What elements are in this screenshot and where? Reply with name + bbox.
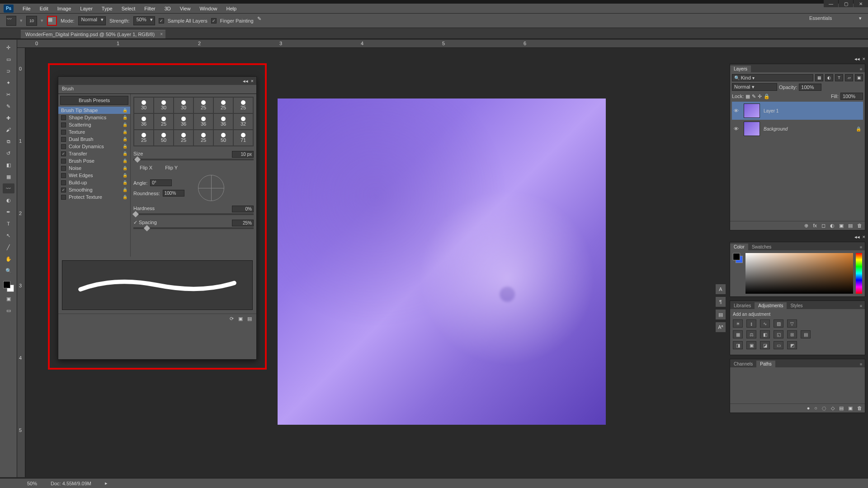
color-swatches[interactable] — [3, 281, 14, 292]
path-to-sel-icon[interactable]: ◇ — [831, 405, 835, 411]
healing-tool-icon[interactable]: ✚ — [3, 113, 14, 123]
dodge-tool-icon[interactable]: ◐ — [3, 195, 14, 205]
size-slider[interactable] — [133, 159, 254, 160]
workspace-select[interactable]: Essentials▾ — [809, 15, 863, 21]
angle-control[interactable] — [198, 175, 224, 201]
adj-brightness-icon[interactable]: ☀ — [733, 319, 743, 328]
screenmode-icon[interactable]: ▭ — [3, 305, 14, 315]
visibility-icon[interactable]: 👁 — [734, 108, 740, 113]
channels-menu-icon[interactable]: ≡ — [857, 361, 865, 367]
stamp-tool-icon[interactable]: ⧉ — [3, 136, 14, 146]
brush-tip[interactable]: 71 — [234, 130, 253, 145]
filter-shape-icon[interactable]: ▱ — [845, 74, 853, 81]
strength-select[interactable]: 50% ▾ — [133, 16, 155, 25]
menu-type[interactable]: Type — [97, 6, 117, 11]
brush-setting-shape-dynamics[interactable]: Shape Dynamics🔒 — [58, 114, 130, 121]
menu-select[interactable]: Select — [117, 6, 140, 11]
canvas[interactable] — [278, 99, 606, 425]
character-panel-icon[interactable]: A — [715, 284, 726, 295]
adj-thresh-icon[interactable]: ◪ — [760, 341, 770, 349]
lasso-tool-icon[interactable]: ⊃ — [3, 66, 14, 76]
menu-image[interactable]: Image — [53, 6, 76, 11]
brush-tip[interactable]: 25 — [194, 98, 213, 113]
tablet-pressure-icon[interactable]: ✎ — [257, 16, 267, 26]
delete-layer-icon[interactable]: 🗑 — [857, 223, 862, 229]
brush-tip-grid[interactable]: 303030252525362536363632255025255071 — [133, 97, 254, 146]
mode-select[interactable]: Normal ▾ — [78, 16, 106, 25]
hardness-slider[interactable] — [133, 213, 254, 215]
brush-setting-wet-edges[interactable]: Wet Edges🔒 — [58, 172, 130, 179]
paragraph-panel-icon[interactable]: ¶ — [715, 296, 726, 307]
menu-help[interactable]: Help — [222, 6, 241, 11]
adj-balance-icon[interactable]: ⚖ — [746, 330, 756, 338]
layers-tab[interactable]: Layers — [730, 66, 751, 72]
menu-3d[interactable]: 3D — [160, 6, 175, 11]
visibility-icon[interactable]: 👁 — [734, 126, 740, 131]
gradient-tool-icon[interactable]: ▦ — [3, 172, 14, 182]
adj-mixer-icon[interactable]: ⊞ — [787, 330, 797, 338]
brush-tip[interactable]: 50 — [154, 130, 173, 145]
lock-paint-icon[interactable]: ✎ — [752, 94, 756, 99]
brush-tip[interactable]: 30 — [154, 98, 173, 113]
new-path2-icon[interactable]: ▣ — [848, 405, 853, 411]
eyedropper-tool-icon[interactable]: ✎ — [3, 101, 14, 111]
wand-tool-icon[interactable]: ✦ — [3, 78, 14, 88]
new-layer-icon[interactable]: ▤ — [848, 223, 853, 229]
adj-select-icon[interactable]: ◩ — [787, 341, 797, 349]
brush-setting-transfer[interactable]: ✓Transfer🔒 — [58, 150, 130, 157]
brush-tip[interactable]: 25 — [154, 114, 173, 129]
brush-tip[interactable]: 25 — [174, 130, 193, 145]
brush-tip[interactable]: 25 — [214, 98, 233, 113]
prop-panel-icon[interactable]: Aª — [715, 322, 726, 333]
menu-filter[interactable]: Filter — [140, 6, 160, 11]
menu-file[interactable]: File — [18, 6, 35, 11]
adj-bw-icon[interactable]: ◧ — [760, 330, 770, 338]
hue-slider[interactable] — [856, 253, 862, 294]
brush-panel-toggle[interactable]: ▦ — [47, 16, 57, 26]
swatches-tab[interactable]: Swatches — [748, 244, 775, 250]
roundness-input[interactable] — [163, 190, 184, 197]
path-select-icon[interactable]: ◌ — [822, 405, 826, 411]
delete-brush-icon[interactable]: ▤ — [247, 316, 252, 322]
layer-item[interactable]: 👁Background🔒 — [732, 120, 863, 138]
lock-trans-icon[interactable]: ▦ — [745, 94, 750, 99]
adj-gradmap-icon[interactable]: ▭ — [774, 341, 783, 349]
new-path-icon[interactable]: ▤ — [839, 405, 844, 411]
angle-input[interactable] — [150, 179, 172, 186]
brush-setting-noise[interactable]: Noise🔒 — [58, 164, 130, 172]
brush-setting-smoothing[interactable]: ✓Smoothing🔒 — [58, 186, 130, 193]
menu-edit[interactable]: Edit — [35, 6, 53, 11]
adj-levels-icon[interactable]: ⫿ — [746, 319, 756, 328]
spacing-check[interactable]: ✓ — [133, 220, 137, 225]
close-panel-icon[interactable]: × — [251, 78, 254, 84]
size-input[interactable] — [232, 151, 254, 158]
brush-tip[interactable]: 25 — [234, 98, 253, 113]
filter-adjust-icon[interactable]: ◐ — [825, 74, 833, 81]
adj-exposure-icon[interactable]: ▨ — [774, 319, 783, 328]
maximize-button[interactable]: ▢ — [839, 0, 853, 7]
doc-size[interactable]: Doc: 4.55M/9.09M — [51, 481, 91, 486]
color-swatch[interactable] — [733, 253, 743, 263]
adj-photo-icon[interactable]: ◱ — [774, 330, 783, 338]
brush-tip[interactable]: 36 — [134, 114, 153, 129]
menu-layer[interactable]: Layer — [75, 6, 97, 11]
fill-input[interactable]: 100% — [840, 93, 863, 100]
collapse-color-icon[interactable]: ◂◂ — [854, 234, 860, 240]
lock-pos-icon[interactable]: ✢ — [758, 94, 762, 99]
collapse-panels-icon[interactable]: ◂◂ — [854, 56, 860, 62]
styles-tab[interactable]: Styles — [787, 302, 806, 309]
color-field[interactable] — [745, 253, 853, 294]
paths-tab[interactable]: Paths — [756, 361, 775, 367]
adj-invert-icon[interactable]: ◨ — [733, 341, 743, 349]
crop-tool-icon[interactable]: ✂ — [3, 89, 14, 99]
brush-panel-tab[interactable]: Brush — [58, 85, 256, 94]
history-brush-icon[interactable]: ↺ — [3, 148, 14, 158]
lock-all-icon[interactable]: 🔒 — [764, 94, 770, 99]
hardness-input[interactable] — [232, 206, 254, 212]
brush-presets-button[interactable]: Brush Presets — [60, 96, 128, 105]
adj-poster-icon[interactable]: ▣ — [746, 341, 756, 349]
smudge-tool-icon[interactable]: 〰 — [3, 183, 14, 193]
adj-hsl-icon[interactable]: ▦ — [733, 330, 743, 338]
brush-tip[interactable]: 32 — [234, 114, 253, 129]
brush-tip[interactable]: 25 — [194, 130, 213, 145]
